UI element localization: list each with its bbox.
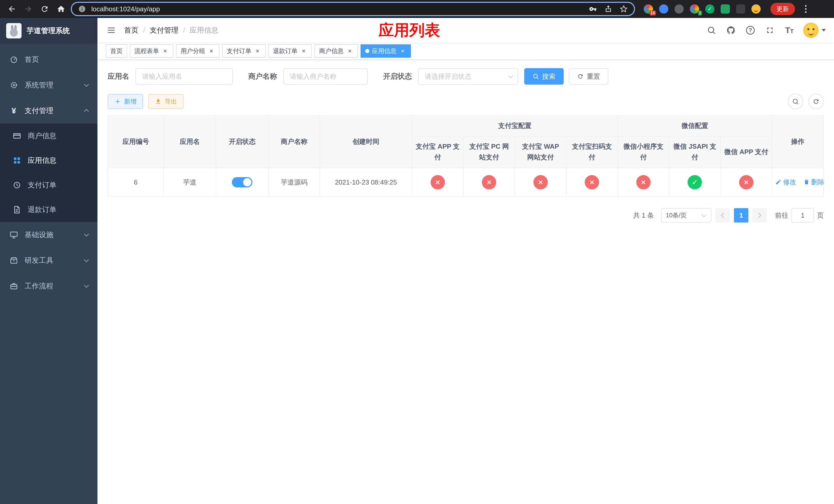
sidebar-item-system[interactable]: 系统管理 (0, 72, 97, 98)
close-tab-icon[interactable] (300, 47, 307, 54)
logo-avatar (6, 23, 22, 39)
extension-icon-3[interactable] (673, 3, 685, 15)
help-icon[interactable] (745, 25, 756, 36)
menu-label-infrastructure: 基础设施 (25, 230, 53, 240)
sidebar-item-app-info[interactable]: 应用信息 (0, 148, 97, 173)
navbar-actions (706, 23, 826, 38)
status-toggle[interactable] (232, 177, 253, 187)
close-tab-icon[interactable] (208, 47, 215, 54)
col-header-alipay-qr: 支付宝扫码支付 (566, 136, 618, 168)
extension-icon-8[interactable] (750, 3, 762, 15)
toggle-search-button[interactable] (788, 94, 803, 109)
tab-refund-order[interactable]: 退款订单 (268, 44, 312, 58)
add-button[interactable]: 新增 (108, 94, 143, 109)
sidebar-item-infrastructure[interactable]: 基础设施 (0, 222, 97, 248)
extension-icon-5[interactable] (704, 3, 716, 15)
close-tab-icon[interactable] (399, 47, 406, 54)
app-logo: 芋道管理系统 (0, 18, 97, 44)
goto-page-input[interactable] (791, 208, 814, 223)
user-avatar[interactable] (803, 23, 819, 38)
browser-update-button[interactable]: 更新 (770, 3, 795, 15)
sidebar-item-home[interactable]: 首页 (0, 47, 97, 72)
sidebar-item-refund-order[interactable]: 退款订单 (0, 198, 97, 222)
cell-alipay-qr: × (566, 168, 618, 197)
col-header-create-time: 创建时间 (320, 116, 412, 168)
bookmark-star-icon[interactable] (619, 4, 629, 14)
page-size-select[interactable]: 10条/页 (661, 208, 711, 223)
tab-home[interactable]: 首页 (106, 44, 127, 58)
next-page-button[interactable] (752, 208, 767, 223)
breadcrumb-payment[interactable]: 支付管理 (150, 25, 178, 35)
toolbox-icon (9, 256, 19, 265)
cell-alipay-wap: × (515, 168, 566, 197)
browser-home-button[interactable] (54, 2, 68, 16)
site-info-icon[interactable] (77, 4, 87, 14)
reset-button[interactable]: 重置 (569, 68, 608, 85)
sidebar-item-payment[interactable]: 支付管理 (0, 98, 97, 123)
tab-pay-order[interactable]: 支付订单 (222, 44, 266, 58)
chevron-down-icon (84, 82, 89, 87)
breadcrumb-home[interactable]: 首页 (124, 25, 138, 35)
add-button-label: 新增 (124, 97, 136, 106)
cell-app-id: 6 (108, 168, 163, 197)
close-tab-icon[interactable] (254, 47, 261, 54)
sidebar-item-dev-tools[interactable]: 研发工具 (0, 248, 97, 273)
password-key-icon[interactable] (588, 4, 598, 14)
grid-icon (12, 156, 22, 165)
search-button[interactable]: 搜索 (524, 68, 564, 85)
app-name-input[interactable] (135, 68, 233, 85)
col-header-wx-mini: 微信小程序支付 (618, 136, 670, 168)
status-select[interactable]: 请选择开启状态 (418, 68, 518, 85)
cell-actions: 修改 删除 (772, 168, 824, 197)
close-tab-icon[interactable] (161, 47, 169, 54)
cell-alipay-app: × (412, 168, 463, 197)
fullscreen-icon[interactable] (764, 25, 775, 36)
tab-label: 应用信息 (372, 47, 396, 55)
prev-page-button[interactable] (716, 208, 730, 223)
tab-process-form[interactable]: 流程表单 (130, 44, 173, 58)
share-icon[interactable] (603, 4, 613, 14)
filter-form: 应用名 商户名称 开启状态 请选择开启状态 搜索 (108, 68, 824, 85)
delete-button[interactable]: 删除 (804, 178, 825, 187)
sidebar-item-merchant-info[interactable]: 商户信息 (0, 123, 97, 148)
search-icon[interactable] (706, 25, 717, 36)
browser-reload-button[interactable] (38, 2, 51, 16)
browser-forward-button[interactable] (22, 2, 35, 16)
address-bar[interactable]: localhost:1024/pay/app (71, 2, 635, 16)
extension-icon-1[interactable]: 10 (642, 3, 655, 15)
edit-button[interactable]: 修改 (775, 178, 796, 187)
refresh-button[interactable] (808, 94, 824, 109)
payment-submenu: 商户信息 应用信息 支付订单 (0, 123, 97, 222)
merchant-name-input[interactable] (283, 68, 368, 85)
col-header-alipay-pc: 支付宝 PC 网站支付 (463, 136, 515, 168)
extension-icon-7[interactable] (734, 3, 747, 15)
extension-icon-4[interactable]: 1 (688, 3, 701, 15)
col-header-merchant: 商户名称 (268, 116, 320, 168)
export-button[interactable]: 导出 (148, 94, 184, 109)
col-header-alipay-app: 支付宝 APP 支付 (412, 136, 463, 168)
font-size-icon[interactable] (784, 25, 795, 36)
wx-mini-status-icon: × (636, 175, 651, 189)
tab-app-info[interactable]: 应用信息 (360, 44, 411, 58)
extension-icon-2[interactable] (658, 3, 670, 15)
browser-back-button[interactable] (5, 2, 19, 16)
sidebar-collapse-icon[interactable] (106, 25, 117, 36)
current-page-button[interactable]: 1 (734, 208, 748, 223)
chevron-down-icon (84, 283, 89, 288)
url-text[interactable]: localhost:1024/pay/app (91, 5, 160, 13)
table-toolbar: 新增 导出 (108, 94, 824, 109)
app-table: 应用编号 应用名 开启状态 商户名称 创建时间 支付宝配置 微信配置 操作 支付… (108, 115, 824, 197)
sidebar-item-workflow[interactable]: 工作流程 (0, 273, 97, 299)
status-label: 开启状态 (383, 71, 412, 81)
tab-user-group[interactable]: 用户分组 (176, 44, 220, 58)
user-menu[interactable] (803, 23, 826, 38)
extension-icon-6[interactable] (719, 3, 731, 15)
tab-merchant-info[interactable]: 商户信息 (314, 44, 358, 58)
sidebar-item-pay-order[interactable]: 支付订单 (0, 173, 97, 198)
tabs-bar: 首页 流程表单 用户分组 支付订单 退款订单 商户信息 应用信息 (97, 43, 834, 60)
caret-down-icon (822, 29, 826, 31)
browser-extensions: 10 1 (642, 3, 762, 15)
browser-menu-icon[interactable] (801, 4, 810, 14)
close-tab-icon[interactable] (346, 47, 353, 54)
github-icon[interactable] (725, 25, 737, 36)
